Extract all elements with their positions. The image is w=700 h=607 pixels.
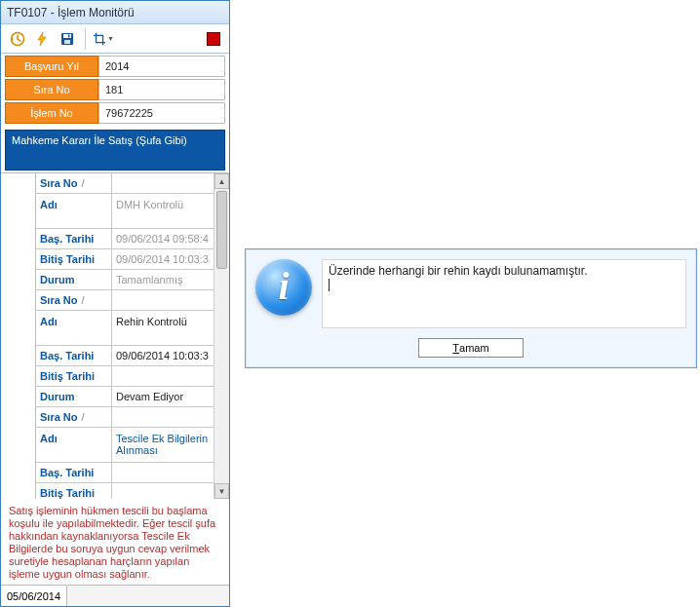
grid-value: Devam Ediyor: [112, 387, 229, 406]
grid-value: [112, 366, 229, 386]
grid-value: Tamamlanmış: [112, 270, 229, 289]
scroll-up-button[interactable]: ▲: [214, 173, 229, 189]
grid-label: Adı: [36, 194, 112, 228]
history-button[interactable]: [5, 27, 28, 51]
titlebar[interactable]: TF0107 - İşlem Monitörü: [1, 1, 229, 24]
grid-label: Baş. Tarihi: [36, 463, 112, 482]
process-type-bar[interactable]: Mahkeme Kararı İle Satış (Şufa Gibi): [5, 130, 225, 171]
grid-label: Bitiş Tarihi: [36, 483, 112, 499]
svg-rect-3: [64, 40, 70, 44]
grid-row: Baş. Tarihi: [36, 463, 229, 483]
monitor-window: TF0107 - İşlem Monitörü: [0, 0, 230, 607]
label-sira-no: Sıra No: [5, 79, 98, 100]
grid-value: 6: [112, 173, 229, 193]
value-basvuru-yil[interactable]: 2014: [98, 56, 225, 77]
record-8[interactable]: Sıra No /8AdıTescile Ek Bilgilerin Alınm…: [36, 407, 229, 499]
grid-row: AdıDMH Kontrolü: [36, 194, 229, 229]
grid-label: Adı: [36, 311, 112, 345]
toolbar: ▼: [1, 24, 229, 54]
flash-icon: [34, 31, 50, 47]
window-title: TF0107 - İşlem Monitörü: [7, 6, 135, 19]
label-basvuru-yil: Başvuru Yıl: [5, 56, 98, 77]
crop-button[interactable]: ▼: [92, 27, 115, 51]
grid-label: Bitiş Tarihi: [36, 249, 112, 269]
grid-label: Durum: [36, 387, 112, 406]
svg-rect-4: [68, 34, 70, 37]
grid: Sıra No /6AdıDMH KontrolüBaş. Tarihi09/0…: [36, 173, 229, 499]
svg-rect-2: [63, 34, 71, 38]
grid-row: Bitiş Tarihi: [36, 483, 229, 499]
record-icon: [207, 32, 220, 46]
label-islem-no: İşlem No: [5, 102, 98, 124]
status-date: 05/06/2014: [1, 586, 67, 606]
record-button[interactable]: [202, 27, 225, 51]
value-islem-no[interactable]: 79672225: [98, 102, 225, 124]
crop-icon: [93, 31, 106, 47]
scroll-down-button[interactable]: ▼: [214, 483, 229, 499]
flash-button[interactable]: [30, 27, 54, 51]
grid-row: Bitiş Tarihi: [36, 366, 229, 387]
grid-value: Tescile Ek Bilgilerin Alınması: [112, 428, 229, 462]
grid-value: Rehin Kontrolü: [112, 311, 229, 345]
info-dialog: Üzerinde herhangi bir rehin kaydı buluna…: [245, 248, 697, 368]
info-icon: [255, 259, 312, 316]
grid-label: Sıra No /: [36, 407, 112, 427]
ok-button-label-rest: amam: [459, 342, 489, 354]
grid-label: Baş. Tarihi: [36, 346, 112, 365]
dialog-body: Üzerinde herhangi bir rehin kaydı buluna…: [246, 249, 696, 334]
ok-button[interactable]: Tamam: [418, 338, 524, 358]
grid-label: Sıra No /: [36, 173, 112, 193]
record-7[interactable]: Sıra No /7AdıRehin KontrolüBaş. Tarihi09…: [36, 290, 229, 407]
grid-row: DurumDevam Ediyor: [36, 387, 229, 407]
chevron-down-icon: ▼: [107, 35, 114, 42]
grid-label: Sıra No /: [36, 290, 112, 310]
grid-value: [112, 483, 229, 499]
status-bar: 05/06/2014: [1, 585, 229, 606]
grid-value: 09/06/2014 09:58:4: [112, 229, 229, 248]
grid-value: 09/06/2014 10:03:3: [112, 346, 229, 365]
record-6[interactable]: Sıra No /6AdıDMH KontrolüBaş. Tarihi09/0…: [36, 173, 229, 290]
scrollbar[interactable]: ▲ ▼: [214, 173, 229, 499]
grid-label: Durum: [36, 270, 112, 289]
grid-row: Sıra No /7: [36, 290, 229, 311]
row-basvuru-yil: Başvuru Yıl 2014: [5, 56, 225, 77]
scroll-thumb[interactable]: [216, 191, 227, 269]
toolbar-separator: [85, 28, 86, 50]
grid-value: 09/06/2014 10:03:3: [112, 249, 229, 269]
dialog-message: Üzerinde herhangi bir rehin kaydı buluna…: [329, 264, 587, 278]
footer-note: Satış işleminin hükmen tescili bu başlam…: [1, 499, 229, 585]
grid-row: AdıRehin Kontrolü: [36, 311, 229, 346]
grid-row: Sıra No /8: [36, 407, 229, 428]
row-islem-no: İşlem No 79672225: [5, 102, 225, 124]
grid-value: DMH Kontrolü: [112, 194, 229, 228]
dialog-message-box[interactable]: Üzerinde herhangi bir rehin kaydı buluna…: [322, 259, 686, 328]
history-icon: [8, 30, 25, 48]
save-button[interactable]: [56, 27, 79, 51]
value-sira-no[interactable]: 181: [98, 79, 225, 100]
text-caret: [329, 279, 330, 291]
grid-row: Sıra No /6: [36, 173, 229, 194]
grid-value: 7: [112, 290, 229, 310]
grid-label: Bitiş Tarihi: [36, 366, 112, 386]
grid-value: 8: [112, 407, 229, 427]
grid-label: Adı: [36, 428, 112, 462]
form-area: Başvuru Yıl 2014 Sıra No 181 İşlem No 79…: [1, 54, 229, 128]
row-sira-no: Sıra No 181: [5, 79, 225, 100]
grid-label: Baş. Tarihi: [36, 229, 112, 248]
grid-row: DurumTamamlanmış: [36, 270, 229, 290]
save-icon: [59, 31, 75, 47]
grid-wrap: Sıra No /6AdıDMH KontrolüBaş. Tarihi09/0…: [1, 172, 229, 499]
grid-row: Bitiş Tarihi09/06/2014 10:03:3: [36, 249, 229, 270]
grid-row: Baş. Tarihi09/06/2014 10:03:3: [36, 346, 229, 366]
grid-gutter: [1, 173, 36, 499]
grid-row: AdıTescile Ek Bilgilerin Alınması: [36, 428, 229, 463]
dialog-footer: Tamam: [246, 334, 696, 367]
grid-value: [112, 463, 229, 482]
grid-row: Baş. Tarihi09/06/2014 09:58:4: [36, 229, 229, 249]
